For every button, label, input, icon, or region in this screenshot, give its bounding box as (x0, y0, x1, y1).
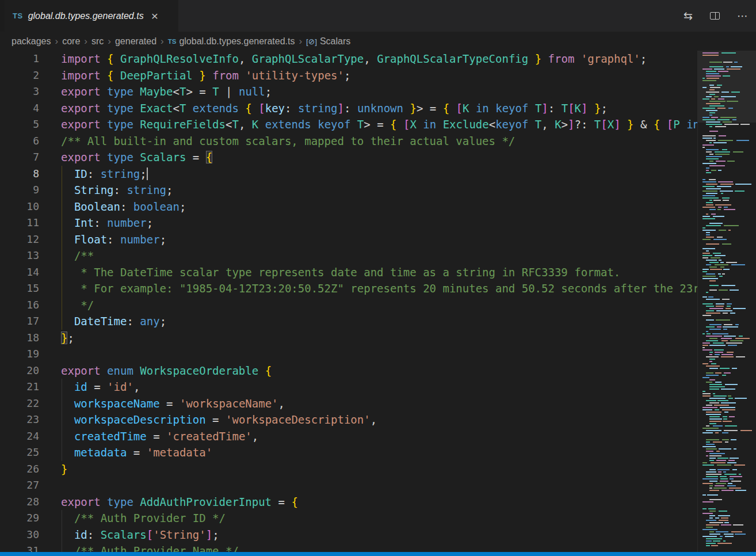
code-line-2[interactable]: 2import { DeepPartial } from 'utility-ty… (0, 67, 697, 84)
line-number[interactable]: 13 (0, 247, 39, 264)
line-number[interactable]: 3 (0, 83, 39, 100)
editor[interactable]: 1import { GraphQLResolveInfo, GraphQLSca… (0, 51, 756, 552)
line-number[interactable]: 7 (0, 149, 39, 166)
code-area[interactable]: 1import { GraphQLResolveInfo, GraphQLSca… (0, 51, 697, 552)
line-content[interactable]: import { GraphQLResolveInfo, GraphQLScal… (39, 51, 647, 67)
code-line-21[interactable]: 21 id = 'id', (0, 379, 697, 395)
line-content[interactable]: export type Scalars = { (39, 149, 212, 166)
code-line-16[interactable]: 16 */ (0, 297, 697, 314)
line-number[interactable]: 11 (0, 215, 39, 231)
line-content[interactable]: export type RequireFields<T, K extends k… (39, 116, 697, 133)
line-number[interactable]: 30 (0, 527, 39, 543)
line-number[interactable]: 28 (0, 494, 39, 511)
line-number[interactable]: 18 (0, 330, 39, 346)
line-content[interactable]: Boolean: boolean; (39, 199, 186, 215)
line-number[interactable]: 29 (0, 510, 39, 527)
line-number[interactable]: 31 (0, 543, 39, 552)
code-line-26[interactable]: 26} (0, 461, 697, 478)
line-number[interactable]: 8 (0, 166, 39, 182)
code-line-31[interactable]: 31 /** Auth Provider Name */ (0, 543, 697, 552)
more-actions-icon[interactable]: ⋯ (737, 9, 748, 22)
line-number[interactable]: 5 (0, 116, 39, 133)
line-content[interactable]: /** (39, 247, 94, 264)
line-content[interactable]: id: Scalars['String']; (39, 527, 219, 543)
code-line-27[interactable]: 27 (0, 477, 697, 494)
line-content[interactable]: /** Auth Provider Name */ (39, 543, 239, 552)
open-changes-icon[interactable]: ⇆ (684, 9, 693, 22)
code-line-29[interactable]: 29 /** Auth Provider ID */ (0, 510, 697, 527)
line-content[interactable]: ID: string; (39, 166, 148, 182)
line-content[interactable]: export type AddAuthProviderInput = { (39, 494, 298, 511)
code-line-30[interactable]: 30 id: Scalars['String']; (0, 527, 697, 543)
breadcrumb-item-src[interactable]: src (91, 36, 104, 47)
code-line-6[interactable]: 6/** All built-in and custom scalars, ma… (0, 133, 697, 150)
line-content[interactable]: } (39, 461, 67, 478)
code-line-14[interactable]: 14 * The DateTime scalar type represents… (0, 264, 697, 281)
line-number[interactable]: 23 (0, 412, 39, 428)
line-number[interactable]: 20 (0, 363, 39, 379)
line-content[interactable]: export enum WorkspaceOrderable { (39, 363, 272, 379)
code-line-12[interactable]: 12 Float: number; (0, 231, 697, 248)
line-content[interactable]: id = 'id', (39, 379, 140, 395)
line-number[interactable]: 16 (0, 297, 39, 314)
line-content[interactable]: Int: number; (39, 215, 153, 231)
code-line-28[interactable]: 28export type AddAuthProviderInput = { (0, 494, 697, 511)
line-number[interactable]: 15 (0, 280, 39, 297)
line-content[interactable]: export type Exact<T extends { [key: stri… (39, 100, 608, 117)
line-number[interactable]: 10 (0, 199, 39, 215)
code-line-24[interactable]: 24 createdTime = 'createdTime', (0, 428, 697, 445)
code-line-11[interactable]: 11 Int: number; (0, 215, 697, 231)
line-content[interactable]: metadata = 'metadata' (39, 444, 212, 461)
breadcrumb-item-packages[interactable]: packages (12, 36, 51, 47)
code-line-10[interactable]: 10 Boolean: boolean; (0, 199, 697, 215)
code-line-3[interactable]: 3export type Maybe<T> = T | null; (0, 83, 697, 100)
line-content[interactable]: String: string; (39, 182, 173, 199)
tab-close-icon[interactable]: × (151, 10, 158, 22)
code-line-8[interactable]: 8 ID: string; (0, 166, 697, 182)
line-number[interactable]: 9 (0, 182, 39, 199)
line-content[interactable]: * For example: "1985-04-12T23:20:50.52Z"… (39, 280, 697, 297)
code-line-23[interactable]: 23 workspaceDescription = 'workspaceDesc… (0, 412, 697, 428)
code-line-1[interactable]: 1import { GraphQLResolveInfo, GraphQLSca… (0, 51, 697, 67)
line-number[interactable]: 6 (0, 133, 39, 150)
line-content[interactable]: */ (39, 297, 94, 314)
line-content[interactable]: createdTime = 'createdTime', (39, 428, 258, 445)
line-number[interactable]: 27 (0, 477, 39, 494)
line-content[interactable]: }; (39, 330, 74, 346)
line-number[interactable]: 26 (0, 461, 39, 478)
code-line-20[interactable]: 20export enum WorkspaceOrderable { (0, 363, 697, 379)
line-content[interactable] (39, 346, 61, 363)
line-number[interactable]: 1 (0, 51, 39, 67)
line-content[interactable]: /** All built-in and custom scalars, map… (39, 133, 515, 150)
line-content[interactable]: /** Auth Provider ID */ (39, 510, 226, 527)
tab-global-db-types-generated-ts[interactable]: TS global.db.types.generated.ts × (5, 0, 178, 32)
line-number[interactable]: 14 (0, 264, 39, 281)
line-number[interactable]: 17 (0, 313, 39, 330)
code-line-5[interactable]: 5export type RequireFields<T, K extends … (0, 116, 697, 133)
line-content[interactable]: workspaceName = 'workspaceName', (39, 395, 285, 412)
line-number[interactable]: 21 (0, 379, 39, 395)
code-line-17[interactable]: 17 DateTime: any; (0, 313, 697, 330)
code-line-18[interactable]: 18}; (0, 330, 697, 346)
code-line-9[interactable]: 9 String: string; (0, 182, 697, 199)
line-number[interactable]: 22 (0, 395, 39, 412)
code-line-4[interactable]: 4export type Exact<T extends { [key: str… (0, 100, 697, 117)
code-line-7[interactable]: 7export type Scalars = { (0, 149, 697, 166)
breadcrumb-item-core[interactable]: core (62, 36, 80, 47)
line-number[interactable]: 4 (0, 100, 39, 117)
code-line-13[interactable]: 13 /** (0, 247, 697, 264)
breadcrumb-item-global-db-types-generated-ts[interactable]: TSglobal.db.types.generated.ts (168, 36, 295, 47)
line-content[interactable]: * The DateTime scalar type represents da… (39, 264, 620, 281)
code-line-19[interactable]: 19 (0, 346, 697, 363)
line-number[interactable]: 2 (0, 67, 39, 84)
breadcrumb-item-scalars[interactable]: [⊘]Scalars (306, 36, 350, 47)
line-content[interactable]: export type Maybe<T> = T | null; (39, 83, 272, 100)
line-content[interactable]: DateTime: any; (39, 313, 166, 330)
line-number[interactable]: 25 (0, 444, 39, 461)
line-number[interactable]: 19 (0, 346, 39, 363)
line-number[interactable]: 24 (0, 428, 39, 445)
minimap[interactable] (697, 51, 756, 552)
split-editor-icon[interactable] (710, 10, 720, 22)
code-line-15[interactable]: 15 * For example: "1985-04-12T23:20:50.5… (0, 280, 697, 297)
line-content[interactable]: import { DeepPartial } from 'utility-typ… (39, 67, 350, 84)
